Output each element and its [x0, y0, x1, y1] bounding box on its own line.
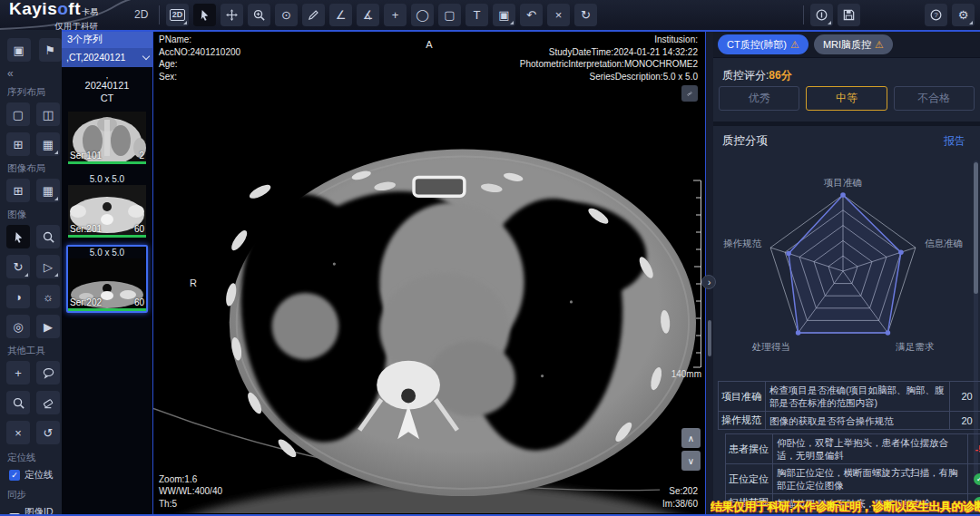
sidebar-image-play-button[interactable]: ▶ [36, 315, 60, 338]
overlay-line: Sex: [159, 71, 240, 83]
sidebar-other-eraser-button[interactable] [36, 391, 60, 414]
sidebar-section-tools: +×↺ [6, 361, 61, 444]
toolbar-pointer-button[interactable] [193, 4, 216, 26]
grade-button-不合格[interactable]: 不合格 [894, 86, 975, 111]
sidebar-sections: 序列布局▢◫⊞▦图像布局⊞▦图像↻▷◑☼◎▶其他工具+×↺ [0, 86, 62, 444]
toolbar-rectangle-button[interactable]: ▢ [438, 4, 461, 26]
study-modality: CT [62, 92, 152, 104]
chevron-down-icon [142, 53, 150, 60]
sidebar-check-groups: 定位线✓定位线同步图像ID同步✓位置同步手动同步缩放/平移窗宽窗位 [0, 452, 62, 516]
thumbnail-image: Ser:1012 [68, 112, 146, 164]
study-selector-dropdown[interactable]: ,CT,20240121 [62, 48, 152, 67]
app-logo-cn: 卡易 [82, 7, 98, 16]
sidebar-other-crosshair-button[interactable]: + [6, 361, 30, 385]
warning-icon: ⚠ [790, 39, 799, 51]
toolbar-ellipse-button[interactable]: ◯ [411, 4, 434, 26]
qc-panel-scrollbar-handle[interactable] [974, 162, 978, 294]
sidebar-other-comment-button[interactable] [36, 361, 60, 385]
overlay-line: PhotometricInterpretation:MONOCHROME2 [520, 58, 698, 71]
sidebar-checkgroup-label: 同步 [7, 489, 62, 501]
qc-row-score: ✓ [968, 464, 980, 494]
sidebar-section-tools: ↻▷◑☼◎▶ [6, 225, 61, 338]
qc-table-row: 患者摆位仰卧位，双臂上举抱头，患者体位摆放合适，无明显偏斜-5 [726, 434, 980, 464]
sidebar-other-magnifier-button[interactable] [6, 391, 30, 414]
sidebar-other-delete-button[interactable]: × [6, 421, 30, 444]
series-thumbnail-Ser-202[interactable]: 5.0 x 5.0Ser:20260 [66, 245, 148, 313]
grade-button-优秀[interactable]: 优秀 [719, 86, 799, 111]
sidebar-image-magnify-button[interactable] [36, 225, 60, 248]
toolbar-reset-button[interactable]: ↻ [574, 4, 597, 26]
ct-image [153, 31, 705, 513]
qc-row-desc: 仰卧位，双臂上举抱头，患者体位摆放合适，无明显偏斜 [773, 434, 968, 464]
toolbar-delete-button[interactable]: × [547, 4, 570, 26]
sidebar-series-layout-9-button[interactable]: ▦ [36, 132, 60, 156]
overlay-line: SeriesDescription:5.0 x 5.0 [520, 71, 698, 83]
scroll-up-button[interactable]: ∧ [681, 428, 701, 448]
toolbar-settings-button[interactable]: ⚙ [952, 4, 975, 26]
sidebar-section-label: 序列布局 [7, 86, 62, 99]
qc-panel: CT质控(肺部)⚠MRI脑质控⚠ 质控评分:86分 优秀中等不合格 质控分项 报… [713, 32, 980, 516]
checkbox-box[interactable]: ✓ [9, 470, 20, 481]
thumbnail-image-count: 2 [139, 151, 144, 161]
orientation-marker-anterior: A [426, 39, 432, 50]
panel-divider: › [706, 30, 713, 516]
series-thumbnail-list: Ser:10125.0 x 5.0Ser:201605.0 x 5.0Ser:2… [62, 110, 152, 313]
thumbnail-progress-bar [68, 235, 146, 238]
series-thumbnail-Ser-101[interactable]: Ser:1012 [66, 110, 148, 166]
top-toolbar: Kayisoft卡易 仅用于科研 2D 2D⊙∠∡+◯▢T▣↶×↻ ?⚙ [0, 0, 980, 30]
app-logo-text: Kayisoft [9, 0, 81, 18]
toolbar-target-button[interactable]: ⊙ [275, 4, 298, 26]
toolbar-crosshair-button[interactable]: + [384, 4, 407, 26]
sidebar-image-send-button[interactable]: ▷ [36, 255, 60, 278]
toolbar-cobb-angle-button[interactable]: ∡ [357, 4, 379, 26]
sidebar-viewport-layout-button[interactable]: ▣ [7, 38, 31, 62]
panel-expand-button[interactable]: › [701, 275, 716, 289]
toolbar-info-button[interactable] [810, 4, 833, 26]
toolbar-annotation-button[interactable]: ▣ [493, 4, 515, 26]
sidebar-series-layout-2col-button[interactable]: ◫ [36, 102, 60, 126]
checkbox-定位线[interactable]: ✓定位线 [9, 469, 62, 482]
toolbar-2d-button[interactable]: 2D [166, 4, 189, 26]
toolbar-text-button[interactable]: T [466, 4, 488, 26]
sidebar-image-invert-button[interactable]: ◑ [6, 285, 30, 308]
image-params-overlay: Zoom:1.6WW/WL:400/40Th:5 [159, 473, 222, 511]
patient-info-overlay: PName:AccNO:2401210200Age:Sex: [159, 34, 240, 83]
qc-tabs: CT质控(肺部)⚠MRI脑质控⚠ [718, 34, 893, 54]
sidebar-image-layout-4-button[interactable]: ⊞ [6, 179, 30, 202]
qc-report-link[interactable]: 报告 [944, 133, 965, 149]
toolbar-save-button[interactable] [838, 4, 860, 26]
sidebar-image-rotate-button[interactable]: ↻ [6, 255, 30, 278]
left-tool-sidebar: ▣⚑ « 序列布局▢◫⊞▦图像布局⊞▦图像↻▷◑☼◎▶其他工具+×↺ 定位线✓定… [0, 30, 62, 516]
toolbar-help-button[interactable]: ? [925, 4, 947, 26]
viewer-scrollbar-handle[interactable] [708, 320, 711, 356]
sidebar-image-locate-button[interactable]: ◎ [6, 315, 30, 338]
thumbnail-image-count: 60 [134, 224, 144, 234]
toolbar-measure-button[interactable] [302, 4, 325, 26]
grade-button-中等[interactable]: 中等 [806, 86, 887, 111]
image-viewport[interactable]: PName:AccNO:2401210200Age:Sex: Institusi… [152, 30, 706, 516]
toolbar-angle-button[interactable]: ∠ [329, 4, 352, 26]
sidebar-collapse-button[interactable]: « [7, 67, 62, 80]
link-series-icon[interactable] [681, 85, 698, 102]
sidebar-image-brightness-button[interactable]: ☼ [36, 285, 60, 308]
radar-axis-label: 处理得当 [752, 341, 790, 354]
overlay-line: PName: [159, 34, 240, 46]
toolbar-zoom-in-button[interactable] [248, 4, 270, 26]
sidebar-series-layout-4-button[interactable]: ⊞ [6, 132, 30, 156]
scroll-down-button[interactable]: ∨ [681, 451, 701, 471]
series-thumbnail-Ser-201[interactable]: 5.0 x 5.0Ser:20160 [66, 171, 148, 239]
toolbar-undo-button[interactable]: ↶ [520, 4, 543, 26]
qc-tab-MRI脑质控[interactable]: MRI脑质控⚠ [814, 34, 893, 54]
qc-score: 质控评分:86分 [722, 68, 792, 83]
sidebar-image-layout-9-button[interactable]: ▦ [36, 179, 60, 202]
qc-tab-CT质控(肺部)[interactable]: CT质控(肺部)⚠ [718, 34, 808, 54]
sidebar-series-layout-1-button[interactable]: ▢ [6, 102, 30, 126]
overlay-line: Im:38/60 [662, 498, 698, 511]
toolbar-pan-button[interactable] [220, 4, 243, 26]
app-logo: Kayisoft卡易 仅用于科研 [9, 1, 98, 34]
sidebar-image-pointer-button[interactable] [6, 225, 30, 248]
thumbnail-progress-bar [68, 308, 146, 311]
sidebar-other-reset-button[interactable]: ↺ [36, 421, 60, 444]
sidebar-report-flag-button[interactable]: ⚑ [39, 38, 63, 62]
qc-row-name: 操作规范 [719, 412, 766, 430]
